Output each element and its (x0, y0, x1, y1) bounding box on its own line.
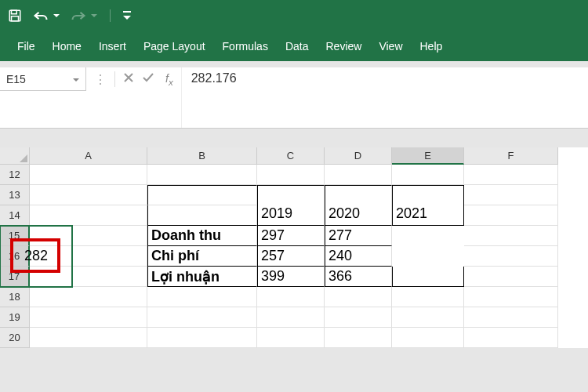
tab-view[interactable]: View (379, 40, 402, 53)
cell-C13-14-value: 2019 (261, 205, 292, 222)
cell-B15[interactable]: Doanh thu (147, 226, 257, 246)
col-header-D[interactable]: D (325, 147, 392, 165)
col-header-A[interactable]: A (30, 147, 147, 165)
quick-access-toolbar (0, 0, 588, 31)
tab-help[interactable]: Help (420, 40, 443, 53)
tab-page-layout[interactable]: Page Layout (143, 40, 205, 53)
tab-formulas[interactable]: Formulas (223, 40, 268, 53)
cell-F17[interactable] (464, 267, 558, 287)
col-header-B[interactable]: B (147, 147, 257, 165)
cell-C13[interactable] (257, 185, 325, 205)
cell-E15-17-value: 282 (24, 248, 48, 264)
cancel-icon[interactable] (123, 72, 134, 86)
cell-A20[interactable] (30, 328, 147, 348)
cell-B18[interactable] (147, 287, 257, 307)
cell-F20[interactable] (464, 328, 558, 348)
cell-D16[interactable]: 240 (325, 246, 392, 267)
cell-B16[interactable]: Chi phí (147, 246, 257, 267)
select-all-corner[interactable] (0, 147, 30, 165)
cell-D16-value: 240 (328, 248, 352, 264)
row-header-18[interactable]: 18 (0, 287, 30, 307)
cell-C17-value: 399 (261, 268, 285, 285)
cell-D17-value: 366 (328, 268, 352, 285)
tab-home[interactable]: Home (53, 40, 82, 53)
cell-A14[interactable] (30, 205, 147, 226)
ribbon-tabs: File Home Insert Page Layout Formulas Da… (0, 31, 588, 61)
fx-icon[interactable]: fx (165, 72, 173, 87)
cell-A12[interactable] (30, 165, 147, 185)
cell-A18[interactable] (30, 287, 147, 307)
cell-D18[interactable] (325, 287, 392, 307)
cell-D20[interactable] (325, 328, 392, 348)
name-box-dropdown-icon[interactable] (73, 73, 79, 85)
fx-more-icon[interactable]: ⋮ (94, 72, 107, 87)
cell-D13-14-value: 2020 (328, 205, 360, 222)
cell-B19[interactable] (147, 307, 257, 328)
cell-F12[interactable] (464, 165, 558, 185)
spreadsheet-grid[interactable]: A B C D E F 12 13 14 2019 2020 2021 15 D… (0, 147, 588, 348)
cell-B12[interactable] (147, 165, 257, 185)
cell-D13[interactable] (325, 185, 392, 205)
cell-D17[interactable]: 366 (325, 267, 392, 287)
cell-E18[interactable] (392, 287, 464, 307)
undo-dropdown-icon[interactable] (53, 13, 60, 19)
redo-icon[interactable] (71, 9, 86, 22)
cell-D15[interactable]: 277 (325, 226, 392, 246)
cell-F15[interactable] (464, 226, 558, 246)
cell-D14[interactable]: 2020 (325, 205, 392, 226)
cell-C19[interactable] (257, 307, 325, 328)
cell-B13[interactable] (147, 185, 257, 205)
svg-rect-3 (123, 11, 131, 13)
cell-C14[interactable]: 2019 (257, 205, 325, 226)
row-header-20[interactable]: 20 (0, 328, 30, 348)
cell-B20[interactable] (147, 328, 257, 348)
redo-dropdown-icon[interactable] (91, 13, 97, 19)
cell-E20[interactable] (392, 328, 464, 348)
cell-C17[interactable]: 399 (257, 267, 325, 287)
col-header-E[interactable]: E (392, 147, 464, 165)
cell-C15[interactable]: 297 (257, 226, 325, 246)
cell-B17[interactable]: Lợi nhuận (147, 267, 257, 287)
name-box-value: E15 (6, 73, 26, 85)
cell-D19[interactable] (325, 307, 392, 328)
cell-E13-14-value: 2021 (396, 205, 427, 222)
tab-insert[interactable]: Insert (99, 40, 126, 53)
cell-F16[interactable] (464, 246, 558, 267)
cell-B16-value: Chi phí (151, 248, 199, 264)
cell-A19[interactable] (30, 307, 147, 328)
cell-F18[interactable] (464, 287, 558, 307)
enter-icon[interactable] (142, 72, 154, 86)
row-header-19[interactable]: 19 (0, 307, 30, 328)
cell-F14[interactable] (464, 205, 558, 226)
col-header-C[interactable]: C (257, 147, 325, 165)
cell-A13[interactable] (30, 185, 147, 205)
row-header-13[interactable]: 13 (0, 185, 30, 205)
cell-F19[interactable] (464, 307, 558, 328)
cell-C15-value: 297 (261, 227, 285, 244)
cell-B14[interactable] (147, 205, 257, 226)
cell-E12[interactable] (392, 165, 464, 185)
cell-F13[interactable] (464, 185, 558, 205)
tab-file[interactable]: File (17, 40, 35, 53)
cell-E13[interactable] (392, 185, 464, 205)
cell-E14[interactable]: 2021 (392, 205, 464, 226)
cell-C20[interactable] (257, 328, 325, 348)
formula-input[interactable]: 282.176 (181, 67, 588, 128)
cell-E15-17[interactable]: 282 (0, 226, 72, 287)
row-header-14[interactable]: 14 (0, 205, 30, 226)
row-header-12[interactable]: 12 (0, 165, 30, 185)
cell-C12[interactable] (257, 165, 325, 185)
cell-E19[interactable] (392, 307, 464, 328)
cell-D12[interactable] (325, 165, 392, 185)
tab-review[interactable]: Review (326, 40, 362, 53)
cell-C16[interactable]: 257 (257, 246, 325, 267)
col-header-F[interactable]: F (464, 147, 558, 165)
name-box[interactable]: E15 (0, 67, 86, 91)
tab-data[interactable]: Data (285, 40, 309, 53)
cell-C16-value: 257 (261, 248, 285, 264)
undo-icon[interactable] (33, 9, 49, 22)
svg-rect-1 (12, 10, 17, 14)
save-icon[interactable] (8, 9, 22, 23)
cell-C18[interactable] (257, 287, 325, 307)
qat-more-icon[interactable] (123, 11, 131, 20)
